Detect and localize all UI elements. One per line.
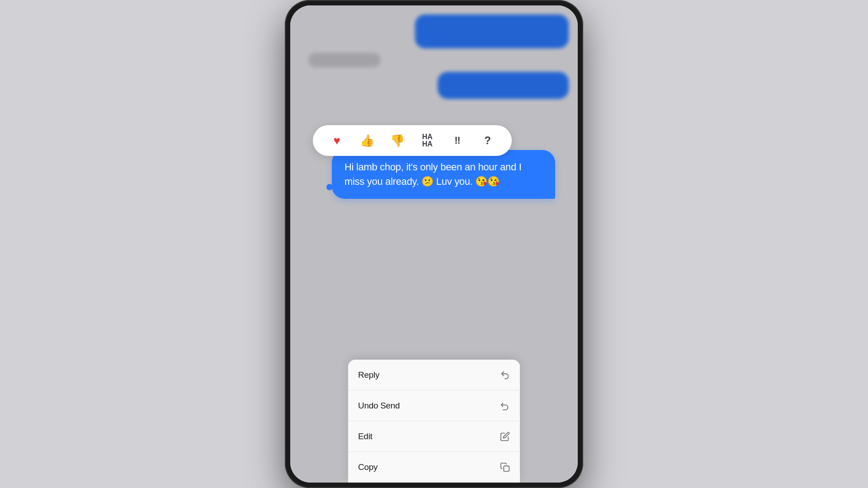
edit-icon [500, 432, 510, 441]
svg-rect-0 [504, 466, 509, 471]
phone-screen: ♥ 👍 👎 HAHA ‼ ? [290, 5, 578, 483]
menu-item-copy[interactable]: Copy [348, 452, 520, 483]
undo-icon [500, 401, 510, 411]
reaction-question[interactable]: ? [478, 131, 498, 150]
context-menu: Reply Undo Send Edit [348, 360, 520, 483]
reaction-thumbs-down[interactable]: 👎 [387, 131, 407, 150]
reaction-heart[interactable]: ♥ [327, 131, 347, 150]
copy-icon [500, 462, 510, 472]
phone-frame: ♥ 👍 👎 HAHA ‼ ? [285, 0, 583, 488]
menu-item-undo-send[interactable]: Undo Send [348, 390, 520, 421]
reaction-haha[interactable]: HAHA [417, 131, 437, 150]
screen-content: ♥ 👍 👎 HAHA ‼ ? [290, 5, 578, 483]
edit-label: Edit [358, 432, 373, 441]
reaction-exclaim[interactable]: ‼ [448, 131, 467, 150]
reaction-thumbs-up[interactable]: 👍 [357, 131, 377, 150]
undo-send-label: Undo Send [358, 401, 400, 411]
copy-label: Copy [358, 462, 377, 472]
reply-icon [500, 370, 510, 380]
menu-item-edit[interactable]: Edit [348, 421, 520, 452]
message-bubble: Hi lamb chop, it's only been an hour and… [332, 150, 555, 199]
message-text: Hi lamb chop, it's only been an hour and… [344, 160, 542, 189]
reply-label: Reply [358, 370, 379, 380]
menu-item-reply[interactable]: Reply [348, 360, 520, 390]
reaction-bar: ♥ 👍 👎 HAHA ‼ ? [313, 125, 512, 156]
